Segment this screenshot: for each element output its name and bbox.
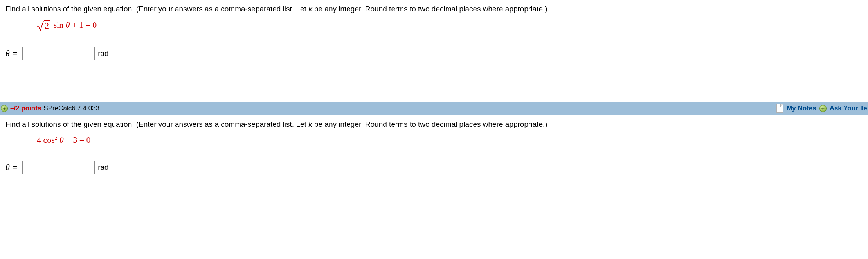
notes-icon[interactable] [776,104,783,113]
section-gap [0,72,868,102]
theta-input-2[interactable] [22,161,95,174]
expand-icon[interactable]: + [819,105,827,112]
answer-label: θ = [5,49,18,59]
radical-icon [37,20,44,31]
prompt-text-pre: Find all solutions of the given equation… [5,120,308,128]
source-ref: SPreCalc6 7.4.033. [43,104,101,112]
eq-pre: 4 cos [37,135,55,145]
radicand: 2 [44,20,50,31]
question-header-bar: + –/2 points SPreCalc6 7.4.033. My Notes… [0,102,868,115]
question-1-equation: 2 sin θ + 1 = 0 [0,14,868,33]
header-right: My Notes + Ask Your Te [776,104,868,113]
question-2-answer-row: θ = rad [0,147,868,174]
answer-label: θ = [5,162,18,173]
question-2-prompt: Find all solutions of the given equation… [0,115,868,130]
my-notes-link[interactable]: My Notes [787,104,816,112]
question-2-section: Find all solutions of the given equation… [0,115,868,187]
prompt-k: k [308,5,312,13]
sqrt-expression: 2 [37,20,51,31]
prompt-text-post: be any integer. Round terms to two decim… [312,120,547,128]
prompt-text-post: be any integer. Round terms to two decim… [312,5,547,13]
question-1-prompt: Find all solutions of the given equation… [0,0,868,14]
question-1-answer-row: θ = rad [0,33,868,60]
answer-unit: rad [98,49,108,58]
ask-teacher-link[interactable]: Ask Your Te [830,104,867,112]
question-1-section: Find all solutions of the given equation… [0,0,868,72]
header-left: + –/2 points SPreCalc6 7.4.033. [1,104,101,112]
points-label: –/2 points [10,104,41,112]
answer-unit: rad [98,163,108,172]
question-2-equation: 4 cos2 θ − 3 = 0 [0,130,868,147]
prompt-text-pre: Find all solutions of the given equation… [5,5,308,13]
expand-icon[interactable]: + [1,105,8,112]
theta-input-1[interactable] [22,47,95,60]
equation-rest: sin θ + 1 = 0 [51,20,97,30]
prompt-k: k [308,120,312,128]
eq-post: θ − 3 = 0 [57,135,90,145]
